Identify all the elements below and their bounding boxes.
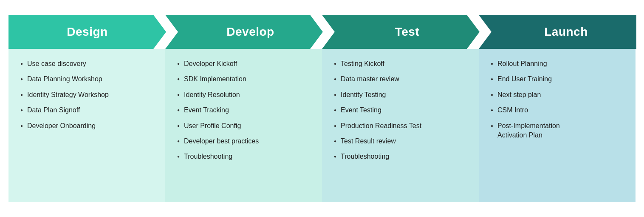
content-design: Use case discoveryData Planning Workshop…: [8, 49, 165, 202]
header-label-design: Design: [67, 25, 107, 39]
list-item: Identity Testing: [334, 90, 470, 100]
content-test: Testing KickoffData master reviewIdentit…: [322, 49, 479, 202]
header-label-develop: Develop: [214, 25, 274, 39]
list-item: Data Plan Signoff: [20, 106, 157, 115]
list-launch: Rollout PlanningEnd User TrainingNext st…: [491, 59, 627, 140]
list-item: Developer Onboarding: [20, 121, 157, 131]
list-item: SDK Implementation: [177, 74, 314, 84]
content-row: Use case discoveryData Planning Workshop…: [8, 49, 636, 202]
list-item: Rollout Planning: [491, 59, 627, 69]
list-item: CSM Intro: [491, 106, 627, 115]
list-item: Developer Kickoff: [177, 59, 314, 69]
list-develop: Developer KickoffSDK ImplementationIdent…: [177, 59, 314, 162]
list-item: Troubleshooting: [177, 152, 314, 161]
list-test: Testing KickoffData master reviewIdentit…: [334, 59, 470, 162]
list-item: User Profile Config: [177, 121, 314, 131]
list-item: Identity Resolution: [177, 90, 314, 100]
header-design: Design: [8, 15, 166, 49]
pipeline-container: DesignDevelopTestLaunch Use case discove…: [8, 15, 636, 202]
list-item: Production Readiness Test: [334, 121, 470, 131]
list-item: Next step plan: [491, 90, 627, 100]
header-develop: Develop: [165, 15, 323, 49]
list-item: Data Planning Workshop: [20, 74, 157, 84]
header-label-launch: Launch: [527, 25, 588, 39]
content-launch: Rollout PlanningEnd User TrainingNext st…: [479, 49, 636, 202]
list-design: Use case discoveryData Planning Workshop…: [20, 59, 157, 131]
list-item: Event Tracking: [177, 106, 314, 115]
list-item: Testing Kickoff: [334, 59, 470, 69]
headers-row: DesignDevelopTestLaunch: [8, 15, 636, 49]
header-launch: Launch: [479, 15, 636, 49]
list-item: Troubleshooting: [334, 152, 470, 161]
list-item: Event Testing: [334, 106, 470, 115]
header-test: Test: [322, 15, 480, 49]
content-develop: Developer KickoffSDK ImplementationIdent…: [165, 49, 322, 202]
list-item: Post-ImplementationActivation Plan: [491, 121, 627, 140]
list-item: End User Training: [491, 74, 627, 84]
list-item: Developer best practices: [177, 137, 314, 146]
list-item: Use case discovery: [20, 59, 157, 69]
list-item: Data master review: [334, 74, 470, 84]
header-label-test: Test: [382, 25, 420, 39]
list-item: Test Result review: [334, 137, 470, 146]
list-item: Identity Strategy Workshop: [20, 90, 157, 100]
